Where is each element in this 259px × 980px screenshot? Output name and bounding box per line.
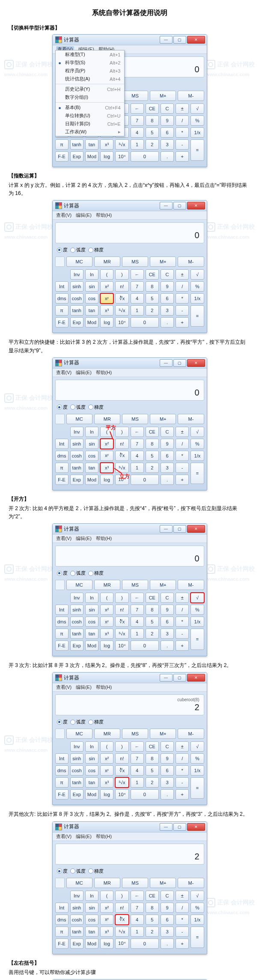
menu-view[interactable]: 查看(V) (56, 684, 72, 691)
menu-view[interactable]: 查看(V) (56, 833, 72, 840)
key-1[interactable]: 1 (131, 629, 144, 639)
angle-deg[interactable]: 度 (57, 404, 68, 410)
key-x[interactable]: ∛x (115, 293, 128, 304)
key-tan[interactable]: tan (85, 927, 98, 937)
key-0[interactable]: 0 (131, 939, 159, 949)
key-fe[interactable]: F-E (55, 939, 68, 949)
key-x[interactable]: x³ (100, 927, 113, 937)
key-6[interactable]: 6 (161, 127, 174, 138)
key-0[interactable]: 0 (131, 151, 159, 162)
key-dms[interactable]: dms (55, 915, 68, 925)
angle-grad[interactable]: 梯度 (88, 404, 104, 410)
maximize-button[interactable]: ▢ (173, 823, 186, 831)
key-4[interactable]: 4 (131, 915, 144, 925)
key-ln[interactable]: ln (85, 427, 98, 437)
key-9[interactable]: 9 (161, 753, 174, 764)
key-tanh[interactable]: tanh (70, 629, 83, 639)
mem-mc[interactable]: MC (66, 414, 92, 424)
key-sin[interactable]: sin (85, 753, 98, 764)
maximize-button[interactable]: ▢ (173, 674, 186, 682)
key-x[interactable]: x³ (100, 629, 113, 639)
mem-mc[interactable]: MC (66, 729, 92, 739)
key-x[interactable]: x² (100, 439, 113, 449)
key-1[interactable]: 1 (131, 777, 144, 788)
key-x[interactable]: x² (100, 605, 113, 615)
mem-mr[interactable]: MR (94, 729, 120, 739)
mem-mminus[interactable]: M- (178, 91, 204, 101)
key-cos[interactable]: cos (85, 765, 98, 776)
key-tan[interactable]: tan (85, 305, 98, 316)
key-[interactable]: √ (191, 427, 204, 437)
key-[interactable]: ) (115, 427, 128, 437)
key-[interactable]: ( (100, 593, 113, 603)
angle-deg[interactable]: 度 (57, 719, 68, 725)
key-10[interactable]: 10ˣ (115, 151, 128, 162)
key-1x[interactable]: 1/x (191, 127, 204, 138)
key-fe[interactable]: F-E (55, 475, 68, 485)
mem-mplus[interactable]: M+ (150, 729, 176, 739)
key-[interactable]: . (161, 939, 174, 949)
key-ln[interactable]: ln (85, 593, 98, 603)
key-[interactable]: ± (176, 891, 189, 901)
angle-rad[interactable]: 弧度 (70, 247, 86, 253)
angle-grad[interactable]: 梯度 (88, 247, 104, 253)
key-[interactable]: . (161, 641, 174, 651)
key-8[interactable]: 8 (146, 115, 159, 126)
key-dms[interactable]: dms (55, 617, 68, 627)
key-int[interactable]: Int (55, 605, 68, 615)
key-10[interactable]: 10ˣ (115, 939, 128, 949)
key-int[interactable]: Int (55, 281, 68, 292)
key-[interactable]: = (191, 927, 204, 948)
key-[interactable]: √ (191, 741, 204, 752)
key-[interactable]: ← (131, 103, 144, 114)
menu-edit[interactable]: 编辑(E) (76, 369, 92, 376)
key-inv[interactable]: Inv (70, 269, 83, 280)
key-ln[interactable]: ln (85, 269, 98, 280)
mem-mminus[interactable]: M- (178, 729, 204, 739)
menu-view[interactable]: 查看(V) (56, 212, 72, 218)
key-[interactable]: ± (176, 427, 189, 437)
key-sinh[interactable]: sinh (70, 753, 83, 764)
menu-edit[interactable]: 编辑(E) (76, 535, 92, 542)
key-sinh[interactable]: sinh (70, 605, 83, 615)
menu-item[interactable]: ●基本(B)Ctrl+F4 (56, 103, 124, 112)
key-mod[interactable]: Mod (85, 317, 98, 328)
key-9[interactable]: 9 (161, 281, 174, 292)
menu-view[interactable]: 查看(V) (56, 369, 72, 376)
key-8[interactable]: 8 (146, 605, 159, 615)
mem-ms[interactable]: MS (122, 414, 148, 424)
key-5[interactable]: 5 (146, 293, 159, 304)
key-[interactable]: + (176, 789, 189, 800)
mem-mc[interactable]: MC (66, 580, 92, 590)
key-c[interactable]: C (161, 891, 174, 901)
key-[interactable]: - (176, 927, 189, 937)
key-4[interactable]: 4 (131, 293, 144, 304)
key-1[interactable]: 1 (131, 305, 144, 316)
key-x[interactable]: x³ (100, 139, 113, 150)
key-[interactable]: . (161, 475, 174, 485)
maximize-button[interactable]: ▢ (173, 525, 186, 533)
key-x[interactable]: xʸ (100, 617, 113, 627)
angle-grad[interactable]: 梯度 (88, 570, 104, 576)
key-[interactable]: π (55, 305, 68, 316)
mem-mr[interactable]: MR (94, 878, 120, 888)
key-[interactable]: ( (100, 891, 113, 901)
key-0[interactable]: 0 (131, 475, 159, 485)
key-[interactable]: π (55, 927, 68, 937)
key-[interactable]: % (191, 753, 204, 764)
menu-item[interactable]: ●科学型(S)Alt+2 (56, 59, 124, 67)
key-2[interactable]: 2 (146, 927, 159, 937)
mem-mminus[interactable]: M- (178, 414, 204, 424)
mem-mplus[interactable]: M+ (150, 91, 176, 101)
menu-item[interactable]: 单位转换(U)Ctrl+U (56, 112, 124, 120)
key-7[interactable]: 7 (131, 281, 144, 292)
menu-item[interactable]: 程序员(P)Alt+3 (56, 67, 124, 75)
key-7[interactable]: 7 (131, 115, 144, 126)
key-1x[interactable]: 1/x (191, 765, 204, 776)
key-9[interactable]: 9 (161, 439, 174, 449)
key-x[interactable]: x² (100, 903, 113, 913)
key-[interactable]: π (55, 629, 68, 639)
key-[interactable]: - (176, 139, 189, 150)
key-[interactable]: ± (176, 103, 189, 114)
key-mod[interactable]: Mod (85, 641, 98, 651)
